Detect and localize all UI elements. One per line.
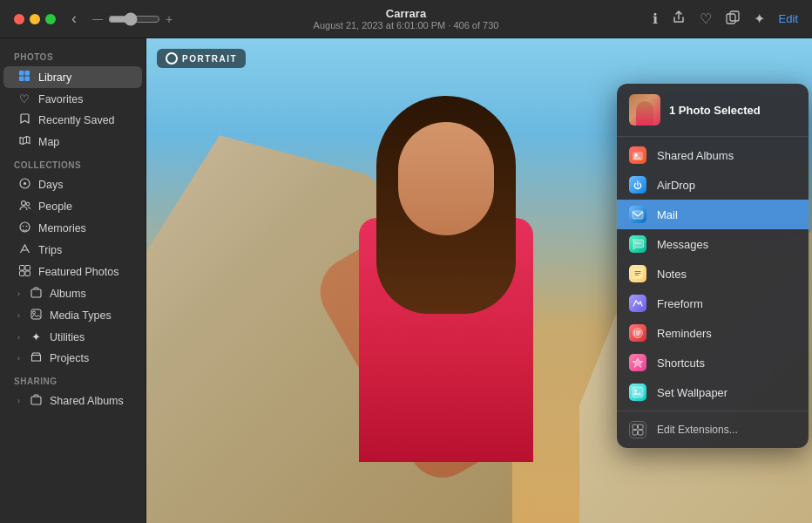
memories-label: Memories bbox=[38, 222, 86, 234]
maximize-button[interactable] bbox=[45, 14, 56, 24]
zoom-slider[interactable] bbox=[108, 12, 160, 26]
sidebar-item-trips[interactable]: Trips bbox=[3, 240, 142, 261]
close-button[interactable] bbox=[14, 14, 24, 24]
days-icon bbox=[17, 178, 31, 192]
media-types-icon bbox=[29, 309, 43, 323]
shared-albums-app-label: Shared Albums bbox=[657, 149, 734, 162]
svg-point-33 bbox=[634, 330, 635, 331]
media-types-chevron: › bbox=[17, 311, 20, 320]
dropdown-item-notes[interactable]: Notes bbox=[617, 259, 809, 289]
minimize-button[interactable] bbox=[30, 14, 40, 24]
dropdown-item-reminders[interactable]: Reminders bbox=[617, 318, 809, 348]
shared-albums-icon bbox=[29, 394, 43, 408]
utilities-icon: ✦ bbox=[29, 330, 43, 343]
titlebar-left: ‹ — + bbox=[14, 8, 173, 30]
svg-rect-39 bbox=[633, 387, 643, 397]
sidebar-item-utilities[interactable]: › ✦ Utilities bbox=[3, 327, 142, 347]
window-subtitle: August 21, 2023 at 6:01:00 PM · 406 of 7… bbox=[314, 20, 499, 31]
favorites-icon: ♡ bbox=[17, 92, 31, 105]
trips-label: Trips bbox=[38, 244, 62, 256]
edit-button[interactable]: Edit bbox=[779, 12, 798, 25]
utilities-label: Utilities bbox=[50, 331, 85, 343]
svg-rect-44 bbox=[639, 431, 644, 436]
dropdown-item-airdrop[interactable]: AirDrop bbox=[617, 170, 809, 200]
albums-chevron: › bbox=[17, 289, 20, 298]
svg-rect-13 bbox=[19, 266, 24, 271]
dropdown-item-shared-albums[interactable]: Shared Albums bbox=[617, 140, 809, 170]
featured-icon bbox=[17, 265, 31, 279]
dropdown-thumb-inner bbox=[636, 101, 653, 126]
people-icon bbox=[17, 200, 31, 214]
svg-rect-41 bbox=[633, 425, 638, 430]
dropdown-item-wallpaper[interactable]: Set Wallpaper bbox=[617, 377, 809, 407]
sidebar-section-collections: Collections bbox=[0, 153, 145, 173]
dropdown-item-freeform[interactable]: Freeform bbox=[617, 289, 809, 318]
sidebar: Photos Library ♡ Favorites Recently Save… bbox=[0, 38, 146, 523]
library-label: Library bbox=[38, 71, 71, 84]
zoom-control: — + bbox=[92, 12, 173, 26]
messages-label: Messages bbox=[657, 238, 708, 251]
svg-rect-15 bbox=[19, 271, 24, 276]
projects-chevron: › bbox=[17, 354, 20, 363]
edit-extensions-icon bbox=[629, 421, 646, 438]
info-icon[interactable]: ℹ bbox=[653, 10, 658, 27]
svg-point-27 bbox=[639, 242, 641, 244]
dropdown-item-messages[interactable]: Messages bbox=[617, 229, 809, 259]
featured-label: Featured Photos bbox=[38, 266, 118, 278]
svg-rect-3 bbox=[25, 71, 30, 76]
portrait-label: PORTRAIT bbox=[182, 54, 237, 64]
sidebar-item-memories[interactable]: Memories bbox=[3, 218, 142, 239]
duplicate-icon[interactable] bbox=[726, 10, 740, 28]
sidebar-item-albums[interactable]: › Albums bbox=[3, 283, 142, 304]
svg-point-8 bbox=[21, 201, 25, 206]
svg-rect-42 bbox=[639, 425, 644, 430]
recently-saved-icon bbox=[17, 113, 31, 127]
shortcuts-icon bbox=[629, 354, 646, 371]
people-label: People bbox=[38, 200, 72, 213]
zoom-minus-icon: — bbox=[92, 13, 103, 25]
svg-point-25 bbox=[635, 242, 637, 244]
svg-rect-5 bbox=[25, 77, 30, 82]
svg-rect-1 bbox=[730, 11, 739, 21]
sidebar-item-recently-saved[interactable]: Recently Saved bbox=[3, 110, 142, 131]
favorite-icon[interactable]: ♡ bbox=[700, 10, 712, 27]
dropdown-divider bbox=[617, 411, 809, 411]
portrait-icon bbox=[166, 52, 178, 65]
share-dropdown: 1 Photo Selected Shared Albums AirDrop bbox=[617, 84, 809, 448]
dropdown-item-mail[interactable]: Mail bbox=[617, 200, 809, 229]
wallpaper-icon bbox=[629, 384, 646, 401]
portrait-badge: PORTRAIT bbox=[157, 49, 246, 68]
map-label: Map bbox=[38, 136, 59, 148]
wallpaper-label: Set Wallpaper bbox=[657, 386, 727, 399]
dropdown-header-title: 1 Photo Selected bbox=[669, 104, 761, 117]
sidebar-item-projects[interactable]: › Projects bbox=[3, 348, 142, 369]
svg-point-12 bbox=[25, 226, 27, 228]
dropdown-header: 1 Photo Selected bbox=[617, 84, 809, 137]
sidebar-item-media-types[interactable]: › Media Types bbox=[3, 305, 142, 326]
albums-label: Albums bbox=[50, 288, 86, 300]
reminders-label: Reminders bbox=[657, 327, 712, 340]
sidebar-item-people[interactable]: People bbox=[3, 196, 142, 217]
mail-label: Mail bbox=[657, 208, 678, 221]
sidebar-item-library[interactable]: Library bbox=[3, 66, 142, 88]
back-button[interactable]: ‹ bbox=[66, 8, 82, 30]
trips-icon bbox=[17, 243, 31, 257]
svg-rect-43 bbox=[633, 431, 638, 436]
sidebar-item-favorites[interactable]: ♡ Favorites bbox=[3, 89, 142, 109]
days-label: Days bbox=[38, 179, 63, 191]
albums-icon bbox=[29, 287, 43, 301]
dropdown-item-shortcuts[interactable]: Shortcuts bbox=[617, 348, 809, 377]
share-icon[interactable] bbox=[672, 10, 686, 28]
media-types-label: Media Types bbox=[50, 309, 112, 322]
photo-area[interactable]: PORTRAIT 1 Photo Selected Shared Albums bbox=[146, 38, 812, 523]
mail-icon bbox=[629, 206, 646, 223]
magic-wand-icon[interactable]: ✦ bbox=[754, 10, 765, 27]
map-icon bbox=[17, 135, 31, 149]
svg-point-22 bbox=[634, 153, 638, 157]
sidebar-item-shared-albums[interactable]: › Shared Albums bbox=[3, 391, 142, 411]
sidebar-item-featured[interactable]: Featured Photos bbox=[3, 262, 142, 282]
sidebar-section-photos: Photos bbox=[0, 45, 145, 65]
dropdown-item-edit-extensions[interactable]: Edit Extensions... bbox=[617, 415, 809, 445]
sidebar-item-map[interactable]: Map bbox=[3, 132, 142, 153]
sidebar-item-days[interactable]: Days bbox=[3, 174, 142, 195]
